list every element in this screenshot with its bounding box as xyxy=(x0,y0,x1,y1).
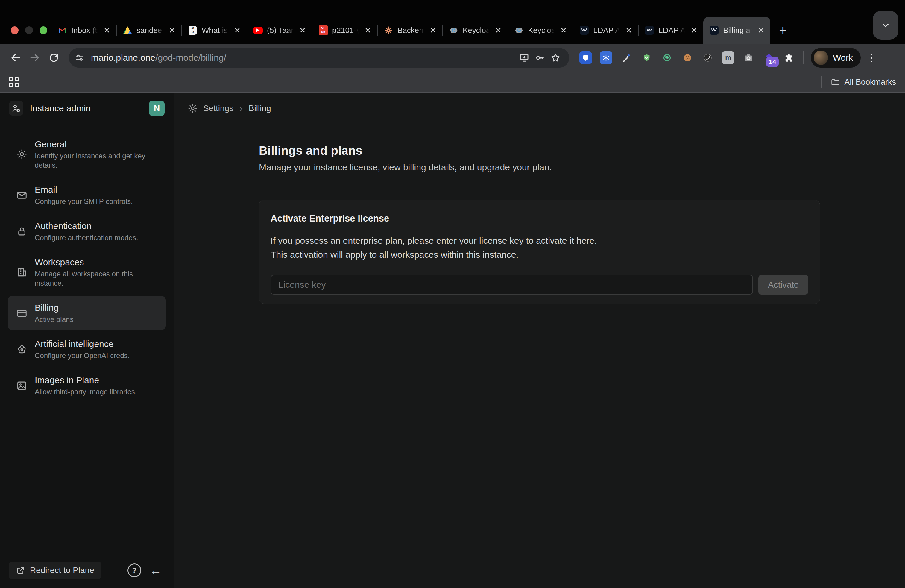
sidebar-item-desc: Configure your OpenAI creds. xyxy=(35,351,130,360)
browser-tab-inbox[interactable]: Inbox (5) xyxy=(51,17,116,44)
tab-label: Inbox (5) xyxy=(71,26,98,35)
install-app-icon[interactable] xyxy=(516,50,532,65)
url-path: /god-mode/billing/ xyxy=(155,53,226,63)
minimize-window-button[interactable] xyxy=(25,26,33,34)
tab-close-icon[interactable] xyxy=(689,26,699,35)
cookie-ext-icon[interactable] xyxy=(681,51,694,64)
tab-label: Backend xyxy=(397,26,424,35)
sidebar-item-images-in-plane[interactable]: Images in Plane Allow third-party image … xyxy=(8,369,166,402)
tab-close-icon[interactable] xyxy=(298,26,307,35)
browser-tab-backend[interactable]: Backend xyxy=(378,17,442,44)
plane-favicon xyxy=(580,25,589,35)
youtube-favicon xyxy=(253,25,263,35)
sidebar-item-title: Artificial intelligence xyxy=(35,338,130,350)
bookmark-star-icon[interactable] xyxy=(548,50,563,65)
brain-icon xyxy=(16,343,28,356)
green-shield-ext-icon[interactable] xyxy=(640,51,653,64)
tab-close-icon[interactable] xyxy=(233,26,242,35)
tab-close-icon[interactable] xyxy=(168,26,176,35)
shield-ext-icon[interactable] xyxy=(580,51,592,64)
browser-tab-vldb[interactable]: VLDB p2101-ya xyxy=(313,17,377,44)
m-ext-icon[interactable]: m xyxy=(722,51,734,64)
snowflake-ext-icon[interactable] xyxy=(600,51,612,64)
profile-name: Work xyxy=(833,53,853,63)
help-icon[interactable]: ? xyxy=(127,563,141,577)
tab-close-icon[interactable] xyxy=(363,26,372,35)
sidebar-item-title: Billing xyxy=(35,302,73,313)
sidebar: Instance admin N General Identify your i… xyxy=(0,93,174,588)
sidebar-item-general[interactable]: General Identify your instances and get … xyxy=(8,133,166,176)
puzzle-extensions-icon[interactable] xyxy=(783,51,795,64)
card-line-2: This activation will apply to all worksp… xyxy=(270,248,808,262)
browser-tab-drive[interactable]: sandeep xyxy=(117,17,181,44)
card-title: Activate Enterprise license xyxy=(270,213,808,224)
all-bookmarks-button[interactable]: All Bookmarks xyxy=(830,77,896,87)
tab-close-icon[interactable] xyxy=(429,26,438,35)
redirect-to-plane-button[interactable]: Redirect to Plane xyxy=(9,562,102,579)
sidebar-item-desc: Configure your SMTP controls. xyxy=(35,197,133,206)
sidebar-item-billing[interactable]: Billing Active plans xyxy=(8,296,166,330)
tab-close-icon[interactable] xyxy=(494,26,503,35)
tab-close-icon[interactable] xyxy=(102,26,111,35)
window-controls[interactable] xyxy=(11,26,47,34)
vldb-favicon: VLDB xyxy=(318,25,328,35)
sidebar-item-title: Images in Plane xyxy=(35,375,137,386)
lock-icon xyxy=(16,225,28,238)
breadcrumb-settings[interactable]: Settings xyxy=(203,103,233,113)
keycloak-favicon xyxy=(449,25,459,35)
back-button[interactable] xyxy=(6,48,25,67)
main-panel: Settings › Billing Billings and plans Ma… xyxy=(174,93,905,588)
color-picker-ext-icon[interactable] xyxy=(620,51,633,64)
browser-tab-billing-active[interactable]: Billing an xyxy=(703,17,770,44)
tab-label: p2101-ya xyxy=(332,26,359,35)
browser-tab-what-is[interactable]: MD What is xyxy=(182,17,247,44)
address-bar[interactable]: mario.plane.one/god-mode/billing/ xyxy=(69,48,569,68)
page-title: Billings and plans xyxy=(259,144,820,157)
sidebar-item-email[interactable]: Email Configure your SMTP controls. xyxy=(8,178,166,212)
sidebar-item-title: Authentication xyxy=(35,220,138,232)
sidebar-item-workspaces[interactable]: Workspaces Manage all workspaces on this… xyxy=(8,251,166,294)
license-key-input[interactable] xyxy=(270,275,753,295)
tab-close-icon[interactable] xyxy=(757,26,765,35)
starburst-favicon xyxy=(384,25,393,35)
layers-ext-icon[interactable]: 14 xyxy=(762,51,775,64)
sidebar-item-authentication[interactable]: Authentication Configure authentication … xyxy=(8,215,166,248)
apps-grid-icon[interactable] xyxy=(9,77,19,87)
profile-avatar xyxy=(814,51,828,65)
page-description: Manage your instance license, view billi… xyxy=(259,162,820,172)
password-key-icon[interactable] xyxy=(532,50,548,65)
reload-button[interactable] xyxy=(44,48,64,67)
gear-icon xyxy=(16,148,28,161)
tab-search-button[interactable] xyxy=(873,11,899,40)
url-text: mario.plane.one/god-mode/billing/ xyxy=(91,53,226,63)
credit-card-icon xyxy=(16,307,28,319)
keycloak-favicon xyxy=(514,25,524,35)
breadcrumb-current: Billing xyxy=(249,103,271,113)
close-window-button[interactable] xyxy=(11,26,19,34)
maximize-window-button[interactable] xyxy=(40,26,47,34)
new-tab-button[interactable]: + xyxy=(773,21,792,40)
plane-favicon xyxy=(709,25,719,35)
browser-tab-keycloak-1[interactable]: Keycloak xyxy=(443,17,508,44)
sidebar-item-artificial-intelligence[interactable]: Artificial intelligence Configure your O… xyxy=(8,332,166,366)
markdown-book-favicon: MD xyxy=(188,25,197,35)
site-info-icon[interactable] xyxy=(72,51,87,65)
building-icon xyxy=(16,266,28,278)
user-avatar[interactable]: N xyxy=(149,100,165,116)
browser-tab-youtube[interactable]: (5) Taara xyxy=(247,17,312,44)
leaf-ext-icon[interactable] xyxy=(661,51,673,64)
collapse-sidebar-icon[interactable]: ← xyxy=(150,564,162,576)
tab-label: sandeep xyxy=(137,26,164,35)
browser-tab-ldap-1[interactable]: LDAP Au xyxy=(573,17,638,44)
activate-button[interactable]: Activate xyxy=(758,275,808,295)
tab-strip: Inbox (5) sandeep MD What is (5) Taar xyxy=(0,0,905,44)
camera-ext-icon[interactable] xyxy=(742,51,755,64)
profile-chip[interactable]: Work xyxy=(811,48,861,68)
forward-button[interactable] xyxy=(25,48,44,67)
browser-tab-keycloak-2[interactable]: Keycloak xyxy=(508,17,573,44)
browser-tab-ldap-2[interactable]: LDAP Au xyxy=(639,17,703,44)
browser-menu-icon[interactable] xyxy=(865,49,878,67)
tab-close-icon[interactable] xyxy=(559,26,568,35)
tab-close-icon[interactable] xyxy=(624,26,633,35)
orbit-ext-icon[interactable] xyxy=(702,51,714,64)
